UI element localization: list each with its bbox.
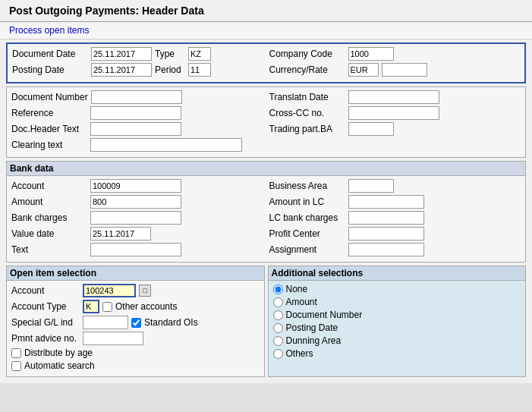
subtitle-bar[interactable]: Process open items [0, 22, 532, 39]
radio-postdate-row: Posting Date [273, 322, 521, 333]
radio-amount[interactable] [273, 297, 283, 307]
trading-part-input[interactable] [348, 122, 394, 136]
standard-ois-checkbox[interactable] [131, 318, 141, 328]
company-code-label: Company Code [269, 49, 345, 59]
account-lookup-button[interactable]: □ [139, 285, 151, 297]
amount-input[interactable] [90, 195, 181, 209]
translation-date-label: Translatn Date [269, 92, 345, 102]
special-gl-row: Special G/L ind Standard OIs [11, 316, 260, 329]
business-area-label: Business Area [269, 181, 345, 191]
oi-account-input[interactable] [83, 284, 136, 297]
radio-others[interactable] [273, 349, 283, 359]
profit-center-input[interactable] [348, 227, 424, 241]
oi-account-row: Account □ [11, 284, 260, 297]
lc-bank-charges-label: LC bank charges [269, 212, 345, 223]
bank-text-label: Text [11, 244, 87, 255]
radio-postdate[interactable] [273, 323, 283, 333]
posting-date-input[interactable] [91, 63, 152, 77]
distribute-checkbox[interactable] [11, 348, 21, 358]
oi-account-type-row: Account Type Other accounts [11, 300, 260, 313]
clearing-text-label: Clearing text [11, 140, 87, 150]
reference-input[interactable] [90, 106, 181, 120]
document-date-input[interactable] [91, 47, 152, 61]
assignment-label: Assignment [269, 244, 345, 255]
oi-account-type-input[interactable] [83, 300, 99, 313]
type-input[interactable] [188, 47, 211, 61]
amount-lc-label: Amount in LC [269, 197, 345, 207]
radio-none-label: None [286, 284, 308, 294]
radio-none-row: None [273, 284, 521, 294]
pmnt-advice-label: Pmnt advice no. [11, 333, 80, 344]
radio-others-label: Others [286, 348, 313, 359]
radio-dunning-row: Dunning Area [273, 335, 521, 346]
posting-date-label: Posting Date [12, 64, 88, 75]
other-accounts-label: Other accounts [115, 301, 177, 312]
business-area-input[interactable] [348, 179, 394, 193]
amount-lc-input[interactable] [348, 195, 424, 209]
doc-number-label: Document Number [11, 92, 88, 102]
radio-postdate-label: Posting Date [286, 322, 338, 333]
amount-label: Amount [11, 197, 87, 207]
currency-rate-label: Currency/Rate [269, 64, 345, 75]
distribute-row: Distribute by age [11, 348, 260, 358]
additional-section: Additional selections None Amount Docume… [268, 266, 527, 377]
radio-none[interactable] [273, 285, 283, 294]
company-code-input[interactable] [348, 47, 394, 61]
document-date-label: Document Date [12, 49, 88, 59]
period-input[interactable] [188, 63, 211, 77]
title-bar: Post Outgoing Payments: Header Data [0, 0, 532, 22]
radio-dunning[interactable] [273, 336, 283, 346]
radio-amount-label: Amount [286, 297, 317, 307]
bank-data-section: Bank data Account Amount Bank charges Va… [6, 161, 526, 263]
radio-docnum[interactable] [273, 310, 283, 320]
special-gl-label: Special G/L ind [11, 317, 80, 328]
doc-number-input[interactable] [91, 90, 182, 104]
radio-dunning-label: Dunning Area [286, 335, 342, 346]
standard-ois-label: Standard OIs [144, 317, 198, 328]
cross-cc-label: Cross-CC no. [269, 108, 345, 118]
radio-docnum-label: Document Number [286, 310, 363, 320]
automatic-checkbox[interactable] [11, 361, 21, 371]
assignment-input[interactable] [348, 243, 424, 256]
additional-radio-group: None Amount Document Number Posting Date… [273, 284, 521, 359]
radio-docnum-row: Document Number [273, 310, 521, 320]
bottom-area: Open item selection Account □ Account Ty… [6, 266, 526, 377]
rate-input[interactable] [382, 63, 427, 77]
general-fields-section: Document Number Reference Doc.Header Tex… [6, 86, 526, 158]
bank-account-input[interactable] [90, 179, 181, 193]
automatic-row: Automatic search [11, 360, 260, 371]
other-accounts-checkbox[interactable] [102, 302, 112, 312]
bank-charges-label: Bank charges [11, 212, 87, 223]
automatic-label: Automatic search [24, 360, 95, 371]
type-label: Type [155, 49, 185, 59]
value-date-input[interactable] [90, 227, 151, 241]
distribute-label: Distribute by age [24, 348, 93, 358]
bank-data-header: Bank data [7, 162, 525, 176]
radio-others-row: Others [273, 348, 521, 359]
reference-label: Reference [11, 108, 87, 118]
top-section: Document Date Type Posting Date Period C… [6, 42, 526, 83]
special-gl-input[interactable] [83, 316, 128, 329]
oi-account-type-label: Account Type [11, 301, 80, 312]
page-title: Post Outgoing Payments: Header Data [9, 5, 204, 17]
value-date-label: Value date [11, 228, 87, 239]
translation-date-input[interactable] [348, 90, 439, 104]
trading-part-label: Trading part.BA [269, 124, 345, 134]
radio-amount-row: Amount [273, 297, 521, 307]
pmnt-advice-input[interactable] [83, 332, 143, 345]
pmnt-advice-row: Pmnt advice no. [11, 332, 260, 345]
clearing-text-input[interactable] [90, 138, 242, 152]
bank-account-label: Account [11, 181, 87, 191]
open-item-section: Open item selection Account □ Account Ty… [6, 266, 265, 377]
currency-input[interactable] [348, 63, 379, 77]
period-label: Period [155, 64, 185, 75]
lc-bank-charges-input[interactable] [348, 211, 424, 225]
doc-header-label: Doc.Header Text [11, 124, 87, 134]
bank-text-input[interactable] [90, 243, 181, 256]
open-item-title: Open item selection [7, 266, 264, 281]
cross-cc-input[interactable] [348, 106, 439, 120]
doc-header-input[interactable] [90, 122, 181, 136]
profit-center-label: Profit Center [269, 228, 345, 239]
bank-charges-input[interactable] [90, 211, 181, 225]
oi-account-label: Account [11, 285, 80, 296]
